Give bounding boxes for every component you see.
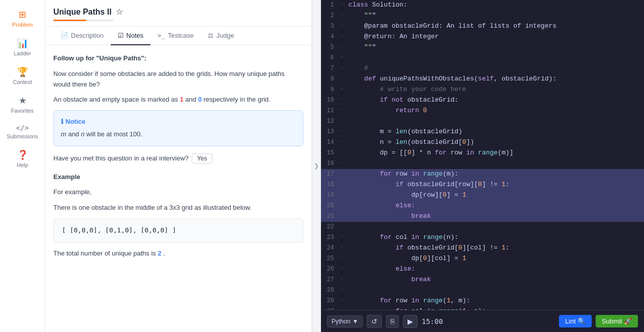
line-content: for row in range(m): <box>347 169 644 180</box>
editor-footer: Python ▼ ↺ ⎘ ▶ 15:00 Lint 🔍 Submit 🚀 <box>321 310 644 332</box>
code-line: 3· @param obstacleGrid: An list of lists… <box>321 21 644 32</box>
code-line: 4· @return: An integer <box>321 32 644 42</box>
line-dot: · <box>340 306 344 310</box>
line-content: """ <box>347 11 644 21</box>
panel-header: Unique Paths II ☆ <box>45 0 311 27</box>
line-number: 16 <box>321 158 340 169</box>
line-content: @return: An integer <box>347 32 644 42</box>
line-number: 12 <box>321 116 340 126</box>
sidebar-item-favorites[interactable]: ★ Favorites <box>3 91 43 118</box>
line-number: 19 <box>321 190 340 200</box>
code-line: 18· if obstacleGrid[row][0] != 1: <box>321 180 644 190</box>
notice-body: m and n will be at most 100. <box>61 129 296 140</box>
sidebar-item-contest[interactable]: 🏆 Contest <box>3 62 43 89</box>
line-dot: · <box>340 127 344 136</box>
line-dot: · <box>340 190 344 199</box>
code-editor-panel: 1·class Solution:2· """3· @param obstacl… <box>321 0 644 332</box>
code-line: 19· dp[row][0] = 1 <box>321 190 644 201</box>
line-dot: · <box>340 148 344 157</box>
tab-notes[interactable]: ☑ Notes <box>111 27 150 45</box>
reset-button[interactable]: ↺ <box>367 315 382 328</box>
tab-judge[interactable]: ⚖ Judge <box>201 27 241 45</box>
line-number: 7 <box>321 63 340 73</box>
line-dot: · <box>340 137 344 146</box>
line-number: 3 <box>321 21 340 31</box>
lint-button[interactable]: Lint 🔍 <box>559 315 592 327</box>
line-dot: · <box>340 53 344 62</box>
code-line: 20· else: <box>321 201 644 211</box>
line-dot: · <box>340 180 344 189</box>
line-content: for row in range(1, m): <box>347 296 644 306</box>
progress-bar-container <box>53 20 114 21</box>
line-dot: · <box>340 201 344 210</box>
language-label: Python <box>332 318 350 325</box>
sidebar-item-problem[interactable]: ⊞ Problem <box>3 5 43 32</box>
code-line: 6· <box>321 53 644 63</box>
line-content: if not obstacleGrid: <box>347 95 644 106</box>
favorites-icon: ★ <box>19 95 27 106</box>
line-content: for col in range(n): <box>347 232 644 243</box>
line-dot: · <box>340 95 344 104</box>
line-content: else: <box>347 264 644 275</box>
code-line: 7· # <box>321 63 644 74</box>
testcase-icon: >_ <box>157 32 166 39</box>
code-line: 21· break <box>321 211 644 222</box>
line-content: dp[0][col] = 1 <box>347 254 644 264</box>
code-line: 1·class Solution: <box>321 0 644 11</box>
run-button[interactable]: ▶ <box>403 315 418 328</box>
ladder-icon: 📊 <box>17 38 28 49</box>
code-editor[interactable]: 1·class Solution:2· """3· @param obstacl… <box>321 0 644 310</box>
line-content: break <box>347 275 644 285</box>
line-number: 26 <box>321 264 340 274</box>
example-sub1: For example, <box>53 187 303 198</box>
line-number: 27 <box>321 275 340 285</box>
line-content: # write your code here <box>347 85 644 95</box>
description-icon: 📄 <box>60 32 68 39</box>
code-line: 11· return 0 <box>321 106 644 116</box>
line-number: 21 <box>321 211 340 221</box>
progress-bar-fill <box>53 20 87 21</box>
line-content: if obstacleGrid[row][0] != 1: <box>347 180 644 190</box>
tab-testcase[interactable]: >_ Testcase <box>150 27 201 45</box>
code-line: 8· def uniquePathsWithObstacles(self, ob… <box>321 74 644 85</box>
example-code: [ [0,0,0], [0,1,0], [0,0,0] ] <box>62 226 176 234</box>
copy-button[interactable]: ⎘ <box>386 315 399 328</box>
sidebar-item-help[interactable]: ❓ Help <box>3 145 43 172</box>
line-dot: · <box>340 169 344 178</box>
submit-button[interactable]: Submit 🚀 <box>596 315 638 327</box>
line-content: # <box>347 63 644 74</box>
line-number: 15 <box>321 148 340 158</box>
star-icon[interactable]: ☆ <box>116 7 123 17</box>
tab-description[interactable]: 📄 Description <box>53 27 111 45</box>
obstacle-1: 1 <box>180 96 185 103</box>
code-line: 22· <box>321 222 644 232</box>
line-dot: · <box>340 63 344 72</box>
example-title: Example <box>53 172 303 183</box>
total-paths: The total number of unique paths is 2 . <box>53 248 303 259</box>
sidebar-item-ladder-label: Ladder <box>14 50 31 56</box>
code-line: 24· if obstacleGrid[0][col] != 1: <box>321 243 644 254</box>
code-line: 25· dp[0][col] = 1 <box>321 254 644 264</box>
sidebar-item-submissions[interactable]: </> Submissions <box>3 120 43 143</box>
language-selector[interactable]: Python ▼ <box>327 315 363 327</box>
tab-notes-label: Notes <box>126 32 143 39</box>
line-dot: · <box>340 32 344 41</box>
example-sub2: There is one obstacle in the middle of a… <box>53 203 303 213</box>
followup-title: Follow up for "Unique Paths": <box>53 53 303 64</box>
line-number: 5 <box>321 42 340 52</box>
tab-description-label: Description <box>71 32 104 39</box>
interview-question: Have you met this question in a real int… <box>53 153 189 164</box>
line-content: dp[row][0] = 1 <box>347 190 644 201</box>
code-line: 10· if not obstacleGrid: <box>321 95 644 106</box>
contest-icon: 🏆 <box>17 66 28 77</box>
sidebar-item-ladder[interactable]: 📊 Ladder <box>3 34 43 60</box>
line-number: 24 <box>321 243 340 253</box>
paragraph1: Now consider if some obstacles are added… <box>53 69 303 90</box>
code-line: 16· <box>321 158 644 169</box>
obstacle-text-2: and <box>185 96 196 103</box>
line-number: 14 <box>321 137 340 147</box>
yes-button[interactable]: Yes <box>192 153 213 163</box>
sidebar-item-contest-label: Contest <box>13 79 32 85</box>
panel-divider[interactable]: ❯ <box>312 0 321 332</box>
line-dot: · <box>340 158 344 168</box>
